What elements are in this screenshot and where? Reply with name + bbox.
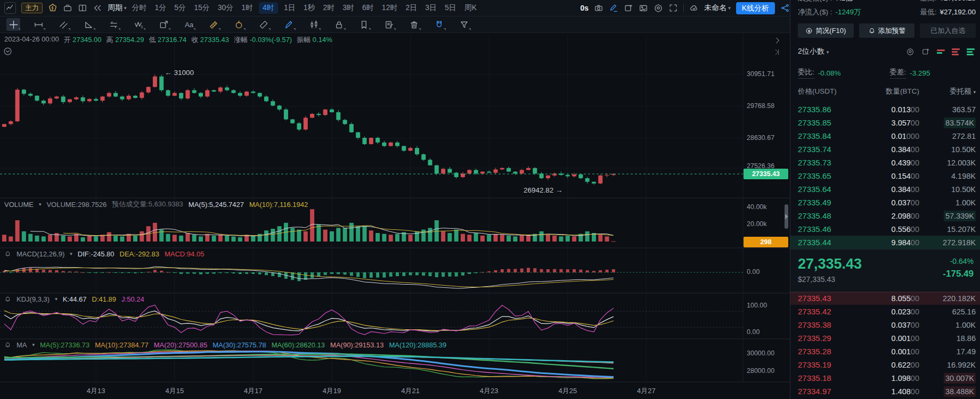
timeframe-周K[interactable]: 周K — [464, 3, 477, 13]
change-amount: -175.49 — [943, 269, 974, 279]
bookmark-tool[interactable] — [357, 18, 371, 31]
collapse-chevron-icon[interactable] — [3, 47, 12, 56]
camera-icon[interactable] — [594, 3, 603, 13]
bid-row[interactable]: 27335.290.0010018.86 — [790, 331, 980, 345]
amount-sort-header[interactable]: 委托额 ▾ — [919, 87, 976, 96]
flash-icon[interactable] — [48, 3, 58, 13]
timeframe-3时[interactable]: 3时 — [342, 3, 354, 13]
bid-row[interactable]: 27335.190.6220016.992K — [790, 358, 980, 371]
pane-expand-icon[interactable] — [773, 36, 782, 45]
ask-row[interactable]: 27335.840.01000272.81 — [790, 129, 980, 143]
bid-row[interactable]: 27335.280.0010017.49 — [790, 345, 980, 358]
timeframe-1时[interactable]: 1时 — [241, 3, 253, 13]
ask-row[interactable]: 27335.640.3840010.50K — [790, 182, 980, 196]
lock-tool[interactable] — [332, 18, 346, 31]
pattern-box-tool[interactable] — [157, 18, 170, 31]
main-force-button[interactable]: 主力 — [21, 3, 43, 13]
replay-icon[interactable] — [93, 3, 102, 13]
trend-lines-tool[interactable] — [56, 18, 70, 31]
ask-row[interactable]: 27335.853.0570083.574K — [790, 116, 980, 129]
ma-indicator-header[interactable]: MA▾ MA(5):27336.73MA(10):27384.77MA(20):… — [4, 340, 446, 350]
trash-tool[interactable] — [407, 18, 421, 31]
ruler-tool[interactable] — [207, 18, 220, 31]
timeframe-2日[interactable]: 2日 — [405, 3, 417, 13]
bid-row[interactable]: 27335.181.0980030.007K — [790, 371, 980, 385]
timeframe-1日[interactable]: 1日 — [284, 3, 296, 13]
briefcase-icon[interactable] — [63, 3, 72, 13]
filter-tool[interactable] — [457, 18, 471, 31]
bid-row[interactable]: 27335.438.05500220.182K — [790, 292, 980, 305]
chart-area[interactable]: 2023-04-26 00:00 开 27345.00 高 27354.29 低… — [0, 33, 790, 399]
magnet-tool[interactable] — [432, 18, 446, 31]
measure-tool[interactable] — [257, 18, 271, 31]
share-icon[interactable] — [780, 3, 790, 13]
ask-row[interactable]: 27335.650.154004.198K — [790, 169, 980, 182]
ask-row[interactable]: 27335.730.4390012.003K — [790, 156, 980, 169]
doc-name-dropdown[interactable]: 未命名▾ — [704, 3, 731, 13]
timeframe-5日[interactable]: 5日 — [445, 3, 456, 13]
notes-tool[interactable] — [382, 18, 396, 31]
ask-row[interactable]: 27335.490.037001.00K — [790, 196, 980, 209]
macd-indicator-header[interactable]: MACD(12,26,9)▾ DIF:-245.80 DEA:-292.83 M… — [4, 249, 204, 259]
watchlist-added-button[interactable]: 已加入自选 — [920, 23, 976, 38]
ask-row[interactable]: 27335.482.0980057.339K — [790, 209, 980, 222]
horizontal-line-tool[interactable] — [31, 18, 45, 31]
panel-collapse-arrow-icon[interactable] — [785, 214, 788, 219]
decimals-dropdown[interactable]: 2位小数 ▾ — [798, 47, 829, 56]
bid-row[interactable]: 27334.971.4080038.488K — [790, 385, 980, 398]
snapshot-icon[interactable] — [639, 3, 648, 13]
summary-button[interactable]: B简况(F10) — [798, 23, 854, 38]
timeframe-1秒[interactable]: 1秒 — [304, 3, 315, 13]
timeframe-5分[interactable]: 5分 — [174, 3, 186, 13]
timeframe-12时[interactable]: 12时 — [382, 3, 398, 13]
kline-style-icon[interactable] — [4, 2, 16, 14]
triangle-pattern-tool[interactable] — [81, 18, 95, 31]
ma-value: MA(10):27384.77 — [95, 341, 148, 349]
cloud-save-icon[interactable] — [689, 3, 699, 13]
add-pane-icon[interactable] — [624, 3, 633, 13]
replay-speed[interactable]: 0s — [581, 4, 589, 12]
settings-icon[interactable] — [654, 3, 663, 13]
timeframe-分时[interactable]: 分时 — [132, 3, 147, 13]
timeframe-4时[interactable]: 4时 — [259, 2, 278, 14]
layout-icon[interactable] — [78, 3, 87, 13]
timeframe-6时[interactable]: 6时 — [362, 3, 374, 13]
ask-row[interactable]: 27335.860.01300363.57 — [790, 103, 980, 116]
book-settings-icon[interactable] — [906, 47, 914, 56]
book-split-view-icon[interactable] — [937, 49, 945, 54]
timeframe-2时[interactable]: 2时 — [323, 3, 334, 13]
candle-pattern-tool[interactable] — [307, 18, 321, 31]
alert-bell-icon[interactable] — [4, 251, 11, 257]
timeframe-1分[interactable]: 1分 — [155, 3, 167, 13]
elliott-wave-tool[interactable]: 3 — [132, 18, 145, 31]
bid-row[interactable]: 27335.420.02300625.16 — [790, 305, 980, 318]
add-alert-button[interactable]: 添加预警 — [859, 23, 915, 38]
timeframe-3日[interactable]: 3日 — [425, 3, 437, 13]
draw-pencil-icon[interactable] — [609, 3, 618, 13]
volume-indicator-header[interactable]: VOLUME▾ VOLUME:298.7526 预估成交量:5,630.9383… — [4, 200, 308, 209]
svg-text:B: B — [808, 29, 811, 32]
period-dropdown[interactable]: 周期▾ — [108, 3, 127, 13]
weibi-weicha-row: 委比:-0.08% 委差:-3.295 — [798, 67, 975, 79]
kline-analysis-button[interactable]: K线分析 — [736, 2, 775, 14]
bid-row[interactable]: 27335.380.037001.00K — [790, 318, 980, 331]
alert-bell-icon[interactable] — [4, 296, 11, 303]
alert-bell-icon[interactable] — [4, 342, 11, 348]
pane-shrink-icon[interactable] — [773, 48, 782, 56]
fullscreen-icon[interactable] — [668, 3, 678, 13]
kdj-indicator-header[interactable]: KDJ(9,3,3)▾ K:44.67 D:41.89 J:50.24 — [4, 294, 144, 304]
ask-row[interactable]: 27335.460.5560015.207K — [790, 222, 980, 236]
book-popout-icon[interactable] — [921, 47, 930, 56]
text-tool-tool[interactable]: Aa — [182, 18, 195, 31]
brush-tool[interactable] — [282, 18, 296, 31]
timeframe-30分[interactable]: 30分 — [218, 3, 234, 13]
ask-row[interactable]: 27335.740.3840010.50K — [790, 143, 980, 156]
crosshair-tool[interactable] — [6, 18, 20, 31]
top-toolbar: 主力 周期▾ 分时1分5分15分30分1时4时1日1秒2时3时6时12时2日3日… — [0, 0, 790, 16]
timeframe-15分[interactable]: 15分 — [194, 3, 210, 13]
ask-row[interactable]: 27335.449.98400272.918K — [790, 236, 980, 249]
book-bids-only-icon[interactable] — [967, 48, 975, 55]
circle-measure-tool[interactable] — [232, 18, 246, 31]
book-asks-only-icon[interactable] — [952, 48, 960, 55]
parallel-lines-tool[interactable] — [107, 18, 120, 31]
